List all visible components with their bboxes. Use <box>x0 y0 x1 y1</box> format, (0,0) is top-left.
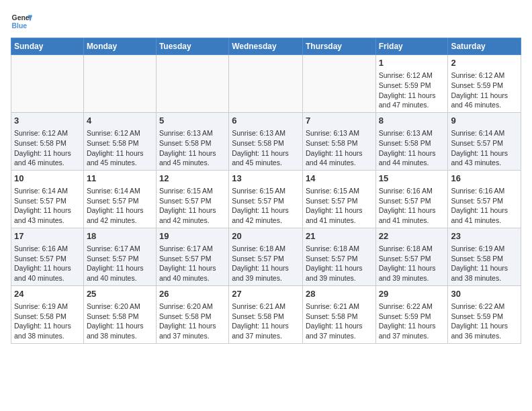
calendar-cell <box>83 55 156 113</box>
calendar-cell: 4Sunrise: 6:12 AMSunset: 5:58 PMDaylight… <box>83 112 156 170</box>
day-number: 22 <box>379 230 445 242</box>
day-info: Sunrise: 6:16 AMSunset: 5:57 PMDaylight:… <box>379 187 436 224</box>
calendar-cell: 20Sunrise: 6:18 AMSunset: 5:57 PMDayligh… <box>229 228 303 285</box>
day-info: Sunrise: 6:14 AMSunset: 5:57 PMDaylight:… <box>87 187 144 224</box>
calendar-table: SundayMondayTuesdayWednesdayThursdayFrid… <box>11 38 521 344</box>
calendar-cell: 15Sunrise: 6:16 AMSunset: 5:57 PMDayligh… <box>375 170 448 228</box>
calendar-cell: 18Sunrise: 6:17 AMSunset: 5:57 PMDayligh… <box>83 228 156 285</box>
day-info: Sunrise: 6:16 AMSunset: 5:57 PMDaylight:… <box>14 244 71 282</box>
day-info: Sunrise: 6:18 AMSunset: 5:57 PMDaylight:… <box>379 244 436 282</box>
calendar-cell: 26Sunrise: 6:20 AMSunset: 5:58 PMDayligh… <box>156 285 228 343</box>
day-info: Sunrise: 6:15 AMSunset: 5:57 PMDaylight:… <box>232 187 289 224</box>
day-info: Sunrise: 6:12 AMSunset: 5:58 PMDaylight:… <box>87 129 144 167</box>
calendar-cell: 1Sunrise: 6:12 AMSunset: 5:59 PMDaylight… <box>375 55 448 113</box>
calendar-cell <box>229 55 303 113</box>
day-info: Sunrise: 6:15 AMSunset: 5:57 PMDaylight:… <box>159 187 216 224</box>
day-info: Sunrise: 6:12 AMSunset: 5:58 PMDaylight:… <box>14 129 71 167</box>
calendar-cell <box>156 55 228 113</box>
calendar-cell: 3Sunrise: 6:12 AMSunset: 5:58 PMDaylight… <box>11 112 84 170</box>
calendar-header-row: SundayMondayTuesdayWednesdayThursdayFrid… <box>11 38 521 55</box>
calendar-cell: 9Sunrise: 6:14 AMSunset: 5:57 PMDaylight… <box>448 112 521 170</box>
day-number: 30 <box>451 288 518 300</box>
day-info: Sunrise: 6:13 AMSunset: 5:58 PMDaylight:… <box>159 129 216 167</box>
day-info: Sunrise: 6:21 AMSunset: 5:58 PMDaylight:… <box>232 302 289 340</box>
day-info: Sunrise: 6:17 AMSunset: 5:57 PMDaylight:… <box>87 244 144 282</box>
day-info: Sunrise: 6:14 AMSunset: 5:57 PMDaylight:… <box>451 129 508 167</box>
calendar-cell: 23Sunrise: 6:19 AMSunset: 5:58 PMDayligh… <box>448 228 521 285</box>
day-info: Sunrise: 6:18 AMSunset: 5:57 PMDaylight:… <box>306 244 363 282</box>
day-number: 27 <box>232 288 300 300</box>
calendar-cell: 16Sunrise: 6:16 AMSunset: 5:57 PMDayligh… <box>448 170 521 228</box>
day-info: Sunrise: 6:13 AMSunset: 5:58 PMDaylight:… <box>379 129 436 167</box>
day-number: 14 <box>306 173 373 185</box>
day-info: Sunrise: 6:19 AMSunset: 5:58 PMDaylight:… <box>451 244 508 282</box>
day-number: 24 <box>14 288 81 300</box>
day-number: 29 <box>379 288 445 300</box>
calendar-cell: 28Sunrise: 6:21 AMSunset: 5:58 PMDayligh… <box>302 285 375 343</box>
calendar-cell: 13Sunrise: 6:15 AMSunset: 5:57 PMDayligh… <box>229 170 303 228</box>
day-header-monday: Monday <box>83 38 156 55</box>
day-number: 18 <box>87 230 153 242</box>
day-number: 15 <box>379 173 445 185</box>
day-number: 19 <box>159 230 226 242</box>
calendar-week-1: 1Sunrise: 6:12 AMSunset: 5:59 PMDaylight… <box>11 55 521 113</box>
day-number: 13 <box>232 173 300 185</box>
calendar-cell: 8Sunrise: 6:13 AMSunset: 5:58 PMDaylight… <box>375 112 448 170</box>
day-number: 9 <box>451 115 518 127</box>
calendar-cell: 30Sunrise: 6:22 AMSunset: 5:59 PMDayligh… <box>448 285 521 343</box>
calendar-cell: 22Sunrise: 6:18 AMSunset: 5:57 PMDayligh… <box>375 228 448 285</box>
page-header: General Blue <box>11 11 521 32</box>
day-info: Sunrise: 6:21 AMSunset: 5:58 PMDaylight:… <box>306 302 363 340</box>
day-info: Sunrise: 6:20 AMSunset: 5:58 PMDaylight:… <box>87 302 144 340</box>
day-number: 10 <box>14 173 81 185</box>
calendar-cell: 19Sunrise: 6:17 AMSunset: 5:57 PMDayligh… <box>156 228 228 285</box>
day-info: Sunrise: 6:15 AMSunset: 5:57 PMDaylight:… <box>306 187 363 224</box>
calendar-cell: 5Sunrise: 6:13 AMSunset: 5:58 PMDaylight… <box>156 112 228 170</box>
calendar-cell: 12Sunrise: 6:15 AMSunset: 5:57 PMDayligh… <box>156 170 228 228</box>
day-info: Sunrise: 6:14 AMSunset: 5:57 PMDaylight:… <box>14 187 71 224</box>
day-number: 25 <box>87 288 153 300</box>
day-number: 20 <box>232 230 300 242</box>
day-info: Sunrise: 6:19 AMSunset: 5:58 PMDaylight:… <box>14 302 71 340</box>
calendar-week-3: 10Sunrise: 6:14 AMSunset: 5:57 PMDayligh… <box>11 170 521 228</box>
day-info: Sunrise: 6:13 AMSunset: 5:58 PMDaylight:… <box>306 129 363 167</box>
calendar-cell: 7Sunrise: 6:13 AMSunset: 5:58 PMDaylight… <box>302 112 375 170</box>
day-header-friday: Friday <box>375 38 448 55</box>
day-number: 2 <box>451 57 518 69</box>
day-number: 16 <box>451 173 518 185</box>
day-info: Sunrise: 6:12 AMSunset: 5:59 PMDaylight:… <box>379 71 436 109</box>
calendar-cell: 25Sunrise: 6:20 AMSunset: 5:58 PMDayligh… <box>83 285 156 343</box>
day-number: 28 <box>306 288 373 300</box>
calendar-cell: 17Sunrise: 6:16 AMSunset: 5:57 PMDayligh… <box>11 228 84 285</box>
calendar-cell: 29Sunrise: 6:22 AMSunset: 5:59 PMDayligh… <box>375 285 448 343</box>
calendar-cell: 6Sunrise: 6:13 AMSunset: 5:58 PMDaylight… <box>229 112 303 170</box>
logo-icon: General Blue <box>11 11 32 32</box>
day-number: 6 <box>232 115 300 127</box>
day-info: Sunrise: 6:17 AMSunset: 5:57 PMDaylight:… <box>159 244 216 282</box>
day-info: Sunrise: 6:20 AMSunset: 5:58 PMDaylight:… <box>159 302 216 340</box>
day-number: 17 <box>14 230 81 242</box>
day-info: Sunrise: 6:18 AMSunset: 5:57 PMDaylight:… <box>232 244 289 282</box>
day-number: 26 <box>159 288 226 300</box>
calendar-cell: 11Sunrise: 6:14 AMSunset: 5:57 PMDayligh… <box>83 170 156 228</box>
day-number: 11 <box>87 173 153 185</box>
calendar-cell: 10Sunrise: 6:14 AMSunset: 5:57 PMDayligh… <box>11 170 84 228</box>
day-number: 21 <box>306 230 373 242</box>
calendar-cell: 27Sunrise: 6:21 AMSunset: 5:58 PMDayligh… <box>229 285 303 343</box>
calendar-cell: 2Sunrise: 6:12 AMSunset: 5:59 PMDaylight… <box>448 55 521 113</box>
day-number: 12 <box>159 173 226 185</box>
day-number: 23 <box>451 230 518 242</box>
calendar-week-5: 24Sunrise: 6:19 AMSunset: 5:58 PMDayligh… <box>11 285 521 343</box>
day-header-wednesday: Wednesday <box>229 38 303 55</box>
day-number: 1 <box>379 57 445 69</box>
day-header-thursday: Thursday <box>302 38 375 55</box>
day-info: Sunrise: 6:13 AMSunset: 5:58 PMDaylight:… <box>232 129 289 167</box>
day-number: 3 <box>14 115 81 127</box>
calendar-week-4: 17Sunrise: 6:16 AMSunset: 5:57 PMDayligh… <box>11 228 521 285</box>
calendar-cell: 21Sunrise: 6:18 AMSunset: 5:57 PMDayligh… <box>302 228 375 285</box>
day-info: Sunrise: 6:16 AMSunset: 5:57 PMDaylight:… <box>451 187 508 224</box>
logo: General Blue <box>11 11 32 32</box>
day-number: 4 <box>87 115 153 127</box>
calendar-week-2: 3Sunrise: 6:12 AMSunset: 5:58 PMDaylight… <box>11 112 521 170</box>
calendar-cell <box>11 55 84 113</box>
